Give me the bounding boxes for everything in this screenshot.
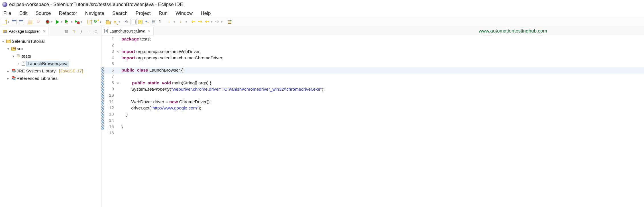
tree-package[interactable]: tests: [1, 52, 100, 60]
editor-tab-row: LaunchBrowser.java × www.automationtesti…: [101, 26, 644, 36]
debug-button[interactable]: [44, 19, 51, 25]
save-button[interactable]: [11, 19, 17, 25]
dropdown-icon[interactable]: ▼: [185, 21, 188, 23]
toggle-breakpoint-button[interactable]: [144, 19, 150, 25]
tree-project-label: SeleniumTutorial: [12, 39, 45, 44]
menu-window[interactable]: Window: [174, 10, 194, 17]
task-icon: [125, 20, 129, 24]
line-number: 10: [104, 93, 116, 98]
dropdown-icon[interactable]: ▼: [81, 21, 84, 23]
collapse-all-button[interactable]: [64, 28, 69, 34]
menu-source[interactable]: Source: [34, 10, 52, 17]
menu-project[interactable]: Project: [134, 10, 152, 17]
package-icon: [17, 54, 21, 58]
line-number: 5: [104, 62, 116, 67]
chevron-down-icon[interactable]: [6, 47, 10, 51]
show-whitespace-button[interactable]: [137, 19, 144, 25]
line-number: 3: [104, 49, 116, 54]
chevron-down-icon[interactable]: [1, 40, 5, 43]
java-file-icon: [104, 29, 108, 33]
chevron-right-icon[interactable]: [6, 69, 10, 73]
menu-run[interactable]: Run: [158, 10, 169, 17]
package-explorer-view: Package Explorer × SeleniumTutorial src: [0, 26, 101, 207]
tree-src-folder[interactable]: src: [1, 45, 100, 52]
maximize-button[interactable]: [93, 28, 99, 34]
toggle-mark-button[interactable]: [27, 19, 33, 25]
menu-edit[interactable]: Edit: [18, 10, 28, 17]
dropdown-icon[interactable]: ▼: [99, 21, 103, 23]
menu-help[interactable]: Help: [199, 10, 212, 17]
toggle-block-button[interactable]: [151, 19, 157, 25]
whitespace-icon: [138, 20, 142, 24]
line-number: 16: [104, 131, 116, 136]
annotation-nav-button[interactable]: [167, 19, 173, 25]
coverage-button[interactable]: [64, 19, 71, 25]
editor-tab-launchbrowser[interactable]: LaunchBrowser.java ×: [101, 27, 154, 35]
dropdown-icon[interactable]: ▼: [118, 21, 121, 23]
dropdown-icon[interactable]: ▼: [211, 21, 214, 23]
new-button[interactable]: [1, 19, 7, 25]
tree-file-label: LaunchBrowser.java: [26, 61, 69, 66]
window-title: eclipse-workspace - SeleniumTutorial/src…: [9, 2, 183, 7]
dropdown-icon[interactable]: ▼: [173, 21, 176, 23]
minimize-button[interactable]: [86, 28, 91, 34]
forward-icon: [215, 20, 220, 24]
tree-jre-label: JRE System Library: [17, 68, 56, 74]
menu-navigate[interactable]: Navigate: [84, 10, 105, 17]
back-button[interactable]: [204, 19, 211, 25]
show-paragraph-button[interactable]: [158, 19, 164, 25]
project-tree[interactable]: SeleniumTutorial src tests LaunchBrowser…: [0, 36, 101, 84]
menu-refactor[interactable]: Refactor: [58, 10, 78, 17]
chevron-right-icon[interactable]: [6, 77, 10, 80]
run-last-button[interactable]: [74, 19, 81, 25]
save-icon: [12, 20, 17, 24]
line-number: 9: [104, 87, 116, 92]
dropdown-icon[interactable]: ▼: [7, 21, 11, 23]
pin-editor-button[interactable]: [226, 19, 233, 25]
package-explorer-tab[interactable]: Package Explorer ×: [0, 27, 48, 35]
view-menu-button[interactable]: [78, 28, 84, 34]
tree-project[interactable]: SeleniumTutorial: [1, 38, 100, 45]
dropdown-icon[interactable]: ▼: [221, 21, 224, 23]
toggle-icon: [28, 20, 32, 24]
new-package-button[interactable]: [86, 19, 93, 25]
tree-java-file[interactable]: LaunchBrowser.java: [1, 60, 100, 67]
chevron-right-icon[interactable]: [17, 62, 21, 66]
save-all-button[interactable]: [18, 19, 24, 25]
open-type-button[interactable]: [105, 19, 111, 25]
dropdown-icon[interactable]: ▼: [61, 21, 64, 23]
run-button[interactable]: [54, 19, 61, 25]
close-icon[interactable]: ×: [147, 29, 150, 33]
search-button[interactable]: [112, 19, 118, 25]
close-icon[interactable]: ×: [42, 29, 45, 34]
new-type-button[interactable]: [93, 19, 99, 25]
dropdown-icon[interactable]: ▼: [71, 21, 74, 23]
main-split: Package Explorer × SeleniumTutorial src: [0, 26, 644, 207]
chevron-down-icon[interactable]: [11, 54, 15, 58]
open-task-button[interactable]: [124, 19, 130, 25]
line-number: 12: [104, 106, 116, 111]
outline-box-button[interactable]: [131, 19, 137, 25]
tree-jre-library[interactable]: JRE System Library [JavaSE-17]: [1, 67, 100, 75]
line-number: 2: [104, 43, 116, 48]
library-icon: [11, 69, 15, 73]
line-number: 1: [104, 37, 116, 42]
fold-icon[interactable]: ⊖: [116, 50, 120, 54]
next-annotation-button[interactable]: [179, 19, 185, 25]
java-file-icon: [22, 62, 25, 66]
skip-breakpoints-button[interactable]: [36, 19, 42, 25]
menu-search[interactable]: Search: [111, 10, 129, 17]
forward-button[interactable]: [214, 19, 221, 25]
package-explorer-icon: [3, 30, 7, 33]
dropdown-icon[interactable]: ▼: [51, 21, 54, 23]
play-icon: [56, 20, 59, 24]
next-edit-button[interactable]: [197, 19, 204, 25]
code-editor[interactable]: 1package tests; 2 3⊖import org.openqa.se…: [101, 36, 644, 207]
menu-file[interactable]: File: [2, 10, 12, 17]
link-with-editor-button[interactable]: [71, 28, 77, 34]
fold-icon[interactable]: ⊖: [116, 81, 120, 85]
prev-edit-button[interactable]: [191, 19, 197, 25]
coverage-icon: [65, 20, 70, 24]
tree-referenced-libraries[interactable]: Referenced Libraries: [1, 75, 100, 82]
annotation-icon: [168, 20, 172, 24]
